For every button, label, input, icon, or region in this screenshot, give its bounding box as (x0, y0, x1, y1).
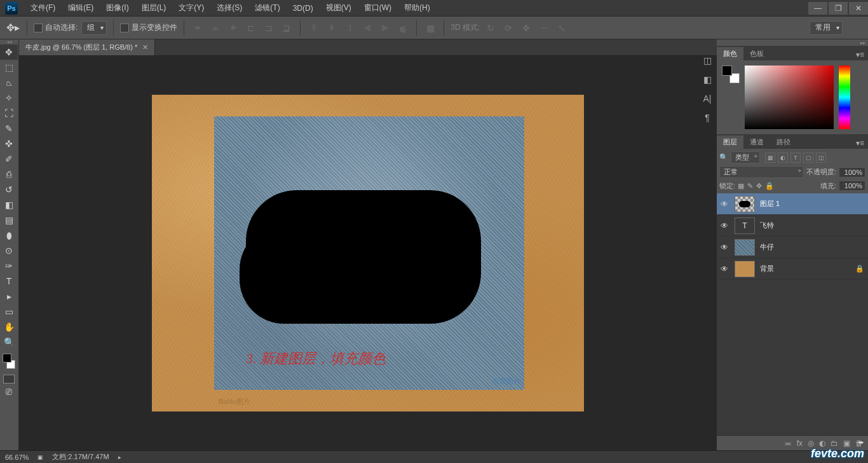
layer-fx-icon[interactable]: fx (797, 439, 803, 448)
layer-name-label[interactable]: 牛仔 (760, 242, 774, 252)
layer-row[interactable]: 👁 T 飞特 (717, 215, 868, 237)
layer-group-icon[interactable]: 🗀 (831, 439, 838, 448)
menu-layer[interactable]: 图层(L) (135, 0, 173, 16)
panel-collapse-handle[interactable]: ▸▸ (717, 39, 868, 46)
distribute-left-icon[interactable]: ⫷ (360, 21, 374, 35)
lock-pixels-icon[interactable]: ✎ (747, 182, 753, 190)
foreground-swatch[interactable] (3, 354, 11, 363)
distribute-top-icon[interactable]: ⫴ (307, 21, 321, 35)
menu-file[interactable]: 文件(F) (24, 0, 62, 16)
history-brush-tool[interactable]: ↺ (0, 182, 18, 197)
menu-filter[interactable]: 滤镜(T) (248, 0, 286, 16)
layer-thumbnail[interactable]: T (735, 218, 755, 234)
tab-swatches[interactable]: 色板 (743, 47, 770, 60)
color-fgbg[interactable] (722, 66, 740, 83)
history-panel-icon[interactable]: ◫ (700, 53, 714, 67)
tab-layers[interactable]: 图层 (717, 135, 743, 149)
blur-tool[interactable]: ⬮ (0, 228, 18, 243)
scale-icon[interactable]: ⤡ (555, 21, 569, 35)
layer-thumbnail[interactable] (735, 261, 755, 277)
lock-position-icon[interactable]: ✥ (756, 182, 762, 190)
minimize-button[interactable]: — (808, 2, 827, 15)
layer-thumbnail[interactable] (735, 239, 755, 256)
align-vcenter-icon[interactable]: ⫨ (208, 21, 222, 35)
lasso-tool[interactable]: ⏢ (0, 75, 18, 90)
auto-select-checkbox[interactable]: 自动选择: (34, 22, 78, 33)
align-left-icon[interactable]: ⊏ (244, 21, 258, 35)
tab-close-icon[interactable]: ✕ (142, 43, 148, 52)
layer-name-label[interactable]: 图层 1 (760, 199, 780, 209)
layer-row[interactable]: 👁 背景 🔒 (717, 258, 868, 280)
color-field[interactable] (745, 66, 834, 129)
filter-pixel-icon[interactable]: ▦ (765, 153, 775, 163)
hue-slider[interactable] (839, 66, 850, 129)
pan-icon[interactable]: ✥ (519, 21, 533, 35)
align-bottom-icon[interactable]: ⫩ (226, 21, 240, 35)
layer-row[interactable]: 👁 图层 1 (717, 193, 868, 215)
close-button[interactable]: ✕ (849, 2, 868, 15)
distribute-bottom-icon[interactable]: ⫶ (342, 21, 356, 35)
crop-tool[interactable]: ⛶ (0, 106, 18, 121)
menu-help[interactable]: 帮助(H) (398, 0, 437, 16)
orbit-icon[interactable]: ↻ (484, 21, 498, 35)
shape-tool[interactable]: ▭ (0, 304, 18, 319)
zoom-tool[interactable]: 🔍 (0, 335, 18, 350)
auto-align-icon[interactable]: ▦ (423, 21, 437, 35)
filter-shape-icon[interactable]: ▢ (803, 153, 813, 163)
character-panel-icon[interactable]: A| (700, 92, 714, 106)
screenmode-toggle[interactable]: ⎚ (0, 385, 18, 398)
align-hcenter-icon[interactable]: ⊐ (262, 21, 276, 35)
healing-brush-tool[interactable]: ✜ (0, 136, 18, 151)
opacity-input[interactable]: 100% (839, 167, 865, 177)
slide-icon[interactable]: ↔ (537, 21, 551, 35)
tab-color[interactable]: 颜色 (717, 47, 743, 60)
hand-tool[interactable]: ✋ (0, 319, 18, 335)
show-transform-checkbox[interactable]: 显示变换控件 (120, 22, 177, 33)
menu-image[interactable]: 图像(I) (100, 0, 135, 16)
layers-menu-icon[interactable]: ▾≡ (852, 137, 868, 149)
marquee-tool[interactable]: ⬚ (0, 60, 18, 75)
distribute-vcenter-icon[interactable]: ⫵ (325, 21, 339, 35)
roll-icon[interactable]: ⟳ (501, 21, 515, 35)
tab-channels[interactable]: 通道 (743, 135, 770, 149)
lock-transparent-icon[interactable]: ▦ (738, 182, 744, 190)
link-layers-icon[interactable]: ⫘ (784, 439, 792, 448)
fill-input[interactable]: 100% (839, 181, 865, 191)
blend-mode-dropdown[interactable]: 正常 (719, 166, 804, 178)
menu-view[interactable]: 视图(V) (320, 0, 358, 16)
filter-smart-icon[interactable]: ◫ (816, 153, 826, 163)
menu-edit[interactable]: 编辑(E) (62, 0, 100, 16)
paragraph-panel-icon[interactable]: ¶ (700, 111, 714, 125)
layer-mask-icon[interactable]: ◎ (808, 439, 814, 448)
toolbar-handle[interactable]: ◂◂ (0, 39, 18, 45)
tab-paths[interactable]: 路径 (770, 135, 797, 149)
visibility-toggle-icon[interactable]: 👁 (721, 243, 729, 252)
gradient-tool[interactable]: ▤ (0, 212, 18, 228)
panel-menu-icon[interactable]: ▾≡ (852, 49, 868, 60)
distribute-right-icon[interactable]: ⫹ (396, 21, 410, 35)
filter-type-icon[interactable]: T (790, 153, 801, 163)
visibility-toggle-icon[interactable]: 👁 (721, 200, 729, 209)
menu-select[interactable]: 选择(S) (210, 0, 248, 16)
visibility-toggle-icon[interactable]: 👁 (721, 221, 729, 230)
layer-row[interactable]: 👁 牛仔 (717, 237, 868, 258)
path-select-tool[interactable]: ▸ (0, 289, 18, 304)
type-tool[interactable]: T (0, 273, 18, 289)
zoom-value[interactable]: 66.67% (5, 453, 29, 461)
new-layer-icon[interactable]: ▣ (843, 439, 850, 448)
layer-name-label[interactable]: 背景 (760, 264, 774, 273)
filter-adjust-icon[interactable]: ◐ (778, 153, 788, 163)
clone-stamp-tool[interactable]: ⎙ (0, 167, 18, 182)
maximize-button[interactable]: ❐ (829, 2, 848, 15)
eraser-tool[interactable]: ◧ (0, 197, 18, 212)
document-tab[interactable]: 牛皮.jpg @ 66.7% (图层 1, RGB/8) * ✕ (19, 39, 155, 55)
distribute-hcenter-icon[interactable]: ⫸ (378, 21, 392, 35)
adjustment-layer-icon[interactable]: ◐ (819, 439, 825, 448)
menu-type[interactable]: 文字(Y) (172, 0, 210, 16)
align-right-icon[interactable]: ⊒ (280, 21, 294, 35)
align-top-icon[interactable]: ⫧ (191, 21, 205, 35)
canvas-viewport[interactable]: 3. 新建图层，填充颜色 Baidu图片 百度图片 (19, 56, 717, 450)
workspace-dropdown[interactable]: 常用 (810, 21, 843, 35)
auto-select-dropdown[interactable]: 组 (81, 21, 107, 35)
menu-window[interactable]: 窗口(W) (358, 0, 398, 16)
